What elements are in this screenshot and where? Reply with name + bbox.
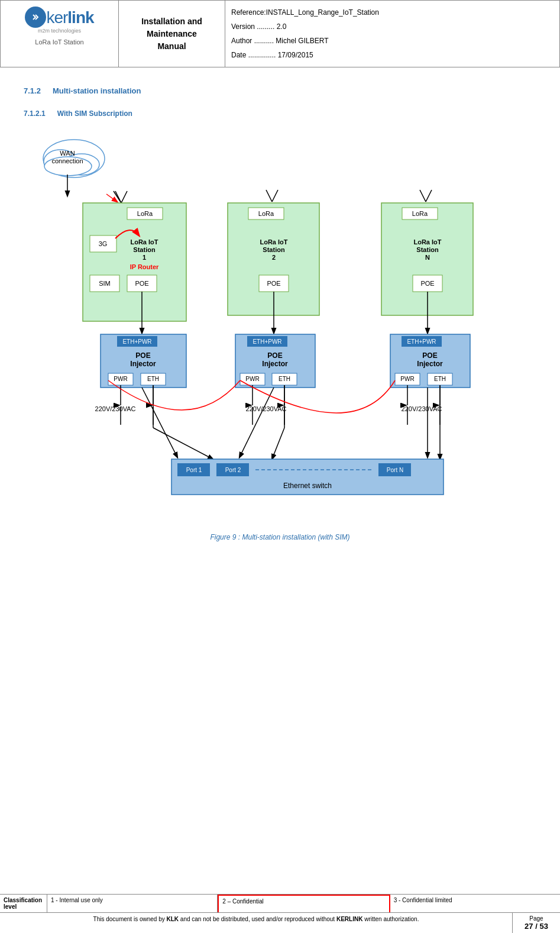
svg-text:LoRa: LoRa — [137, 210, 153, 217]
author-line: Author .......... Michel GILBERT — [231, 34, 553, 48]
diagram-area: WAN connection LoRa 3G — [12, 126, 548, 541]
subsection-row: 7.1.2.1 With SIM Subscription — [12, 104, 560, 120]
svg-text:Injector: Injector — [417, 360, 443, 368]
kerlink-bold: KERLINK — [336, 916, 362, 922]
header-title-text: Installation and Maintenance Manual — [141, 15, 202, 53]
svg-text:PWR: PWR — [114, 376, 127, 382]
footer-classification: Classification level 1 - Internal use on… — [0, 895, 560, 913]
svg-text:LoRa IoT: LoRa IoT — [130, 238, 158, 246]
version-line: Version ......... 2.0 — [231, 20, 553, 34]
footer-doc-text: This document is owned by KLK and can no… — [0, 913, 513, 933]
svg-rect-15 — [83, 203, 186, 321]
header: kerlink m2m technologies LoRa IoT Statio… — [0, 0, 560, 67]
title-line3: Manual — [157, 41, 186, 51]
class-cell-1: 1 - Internal use only — [47, 895, 218, 912]
header-logo: kerlink m2m technologies LoRa IoT Statio… — [1, 1, 119, 67]
footer-page: Page 27 / 53 — [513, 913, 560, 933]
header-title: Installation and Maintenance Manual — [119, 1, 225, 67]
svg-text:connection: connection — [51, 157, 83, 164]
svg-text:Port 2: Port 2 — [225, 467, 241, 473]
svg-line-95 — [272, 428, 284, 459]
section-title: Multi-station installation — [53, 86, 141, 95]
section-number: 7.1.2 — [24, 86, 41, 95]
svg-line-93 — [153, 428, 213, 459]
svg-line-9 — [121, 191, 127, 203]
svg-text:IP Router: IP Router — [130, 263, 159, 270]
svg-text:ETH: ETH — [279, 376, 290, 382]
svg-text:PWR: PWR — [400, 376, 414, 382]
svg-text:ETH+PWR: ETH+PWR — [253, 338, 281, 345]
page-wrapper: kerlink m2m technologies LoRa IoT Statio… — [0, 0, 560, 933]
logo-m2m: m2m technologies — [38, 28, 81, 34]
svg-text:POE: POE — [267, 280, 280, 287]
date-line: Date .............. 17/09/2015 — [231, 48, 553, 62]
subsection-title: With SIM Subscription — [57, 109, 132, 118]
svg-text:Injector: Injector — [262, 360, 288, 368]
svg-text:Port N: Port N — [387, 467, 403, 473]
page-number: 27 / 53 — [516, 922, 556, 931]
section-row: 7.1.2 Multi-station installation — [12, 77, 560, 98]
subsection-number: 7.1.2.1 — [24, 109, 46, 118]
svg-text:3G: 3G — [99, 240, 108, 247]
svg-text:LoRa IoT: LoRa IoT — [260, 238, 287, 246]
svg-text:ETH: ETH — [434, 376, 446, 382]
svg-line-89 — [142, 388, 177, 457]
figure-caption: Figure 9 : Multi-station installation (w… — [12, 533, 548, 541]
svg-text:Ethernet switch: Ethernet switch — [283, 482, 332, 490]
svg-text:Station: Station — [133, 246, 156, 253]
class-cell-2: 2 – Confidential — [218, 895, 390, 912]
kerlink-logo-icon — [29, 11, 42, 24]
svg-text:SIM: SIM — [99, 280, 111, 287]
svg-text:ETH+PWR: ETH+PWR — [407, 338, 436, 345]
svg-text:ETH+PWR: ETH+PWR — [122, 338, 151, 345]
network-diagram: WAN connection LoRa 3G — [12, 126, 544, 528]
svg-text:2: 2 — [272, 254, 276, 261]
svg-text:POE: POE — [420, 280, 434, 287]
svg-text:LoRa: LoRa — [258, 210, 274, 217]
svg-text:LoRa: LoRa — [412, 210, 428, 217]
footer-doc-row: This document is owned by KLK and can no… — [0, 913, 560, 933]
svg-text:POE: POE — [135, 280, 148, 287]
footer: Classification level 1 - Internal use on… — [0, 894, 560, 933]
svg-text:POE: POE — [422, 351, 437, 360]
svg-line-13 — [420, 190, 426, 202]
svg-text:PWR: PWR — [245, 376, 259, 382]
title-line2: Maintenance — [147, 29, 197, 38]
svg-text:N: N — [425, 254, 430, 261]
svg-line-11 — [266, 190, 272, 202]
class-cell-3: 3 - Confidential limited — [390, 895, 560, 912]
title-line1: Installation and — [141, 17, 202, 26]
svg-text:220V/230VAC: 220V/230VAC — [95, 405, 136, 412]
svg-text:1: 1 — [143, 254, 146, 261]
svg-text:Injector: Injector — [130, 360, 156, 368]
svg-line-12 — [272, 190, 278, 202]
classification-label: Classification level — [0, 895, 47, 912]
header-info: Reference:INSTALL_Long_Range_IoT_Station… — [225, 1, 559, 67]
svg-text:POE: POE — [267, 351, 282, 360]
svg-line-90 — [239, 388, 274, 457]
svg-text:220V/230VAC: 220V/230VAC — [246, 405, 287, 412]
svg-line-10 — [114, 191, 121, 203]
ref-line: Reference:INSTALL_Long_Range_IoT_Station — [231, 5, 553, 20]
klk-bold: KLK — [167, 916, 179, 922]
svg-text:WAN: WAN — [60, 150, 75, 157]
svg-text:ETH: ETH — [147, 376, 159, 382]
svg-text:Station: Station — [416, 246, 439, 253]
svg-text:Station: Station — [263, 246, 285, 253]
logo-lora: LoRa IoT Station — [35, 38, 83, 46]
svg-text:POE: POE — [135, 351, 150, 360]
page-label: Page — [516, 915, 556, 922]
svg-line-14 — [426, 190, 432, 202]
svg-text:LoRa IoT: LoRa IoT — [413, 238, 441, 246]
svg-text:Port 1: Port 1 — [186, 467, 202, 473]
